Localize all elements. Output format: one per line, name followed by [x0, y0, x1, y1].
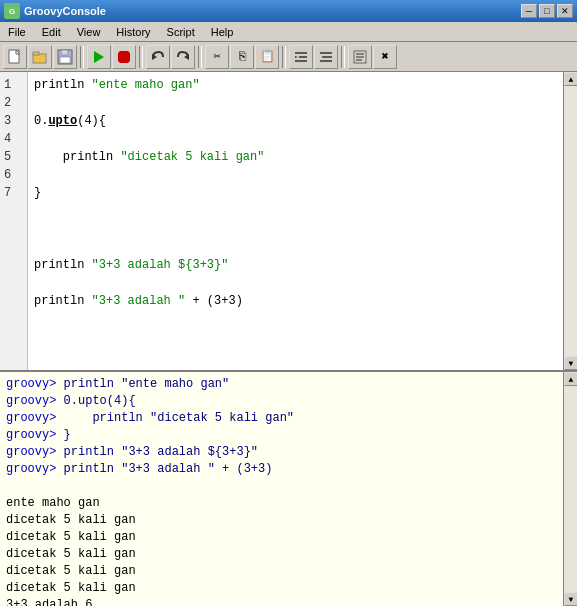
console-output-4: dicetak 5 kali gan [6, 547, 136, 561]
svg-marker-8 [118, 51, 130, 63]
console-line-4: groovy> } [6, 428, 71, 442]
console-line-1: groovy> println "ente maho gan" [6, 377, 229, 391]
code-line-3: println "dicetak 5 kali gan" [34, 148, 557, 166]
scrollbar-down[interactable]: ▼ [564, 356, 577, 370]
sep4 [282, 46, 286, 68]
console-output-2: dicetak 5 kali gan [6, 513, 136, 527]
console-line-3: groovy> println "dicetak 5 kali gan" [6, 411, 294, 425]
cut-button[interactable]: ✂ [205, 45, 229, 69]
console-area: groovy> println "ente maho gan" groovy> … [0, 372, 577, 606]
console-output-6: dicetak 5 kali gan [6, 581, 136, 595]
menu-history[interactable]: History [108, 25, 158, 39]
app-icon: G [4, 3, 20, 19]
copy-button[interactable]: ⎘ [230, 45, 254, 69]
line-num-3: 3 [4, 112, 23, 130]
svg-rect-5 [61, 50, 68, 55]
title-bar: G GroovyConsole ─ □ ✕ [0, 0, 577, 22]
stop-button[interactable] [112, 45, 136, 69]
code-line-6: println "3+3 adalah ${3+3}" [34, 256, 557, 274]
sep5 [341, 46, 345, 68]
console-blank [6, 479, 13, 493]
title-bar-left: G GroovyConsole [4, 3, 106, 19]
indent-button[interactable] [289, 45, 313, 69]
menu-view[interactable]: View [69, 25, 109, 39]
redo-button[interactable] [171, 45, 195, 69]
console-output-5: dicetak 5 kali gan [6, 564, 136, 578]
minimize-button[interactable]: ─ [521, 4, 537, 18]
line-num-1: 1 [4, 76, 23, 94]
menu-edit[interactable]: Edit [34, 25, 69, 39]
svg-rect-6 [60, 57, 70, 63]
code-editor[interactable]: println "ente maho gan" 0.upto(4){ print… [28, 72, 563, 370]
console-line-5: groovy> println "3+3 adalah ${3+3}" [6, 445, 258, 459]
console-scrollbar-down[interactable]: ▼ [564, 592, 577, 606]
maximize-button[interactable]: □ [539, 4, 555, 18]
format-button[interactable] [348, 45, 372, 69]
window-title: GroovyConsole [24, 5, 106, 17]
line-numbers: 1 2 3 4 5 6 7 [0, 72, 28, 370]
console-output-3: dicetak 5 kali gan [6, 530, 136, 544]
code-line-5 [34, 220, 557, 238]
code-line-7: println "3+3 adalah " + (3+3) [34, 292, 557, 310]
sep1 [80, 46, 84, 68]
svg-marker-18 [321, 56, 324, 58]
svg-marker-14 [295, 56, 298, 58]
line-num-4: 4 [4, 130, 23, 148]
console-scrollbar[interactable]: ▲ ▼ [563, 372, 577, 606]
console-output-1: ente maho gan [6, 496, 100, 510]
open-button[interactable] [28, 45, 52, 69]
code-line-4: } [34, 184, 557, 202]
title-controls[interactable]: ─ □ ✕ [521, 4, 573, 18]
scrollbar-track-editor[interactable] [564, 86, 577, 356]
console-output-7: 3+3 adalah 6 [6, 598, 92, 606]
menu-bar: File Edit View History Script Help [0, 22, 577, 42]
sep3 [198, 46, 202, 68]
outdent-button[interactable] [314, 45, 338, 69]
paste-button[interactable]: 📋 [255, 45, 279, 69]
console-line-2: groovy> 0.upto(4){ [6, 394, 136, 408]
svg-rect-3 [33, 52, 39, 55]
code-line-1: println "ente maho gan" [34, 76, 557, 94]
svg-marker-10 [184, 54, 189, 60]
editor-area: 1 2 3 4 5 6 7 println "ente maho gan" 0.… [0, 72, 577, 372]
save-button[interactable] [53, 45, 77, 69]
console-output[interactable]: groovy> println "ente maho gan" groovy> … [0, 372, 563, 606]
new-button[interactable] [3, 45, 27, 69]
sep2 [139, 46, 143, 68]
run-button[interactable] [87, 45, 111, 69]
close-x-button[interactable]: ✖ [373, 45, 397, 69]
svg-marker-9 [152, 54, 157, 60]
editor-scrollbar[interactable]: ▲ ▼ [563, 72, 577, 370]
console-scrollbar-up[interactable]: ▲ [564, 372, 577, 386]
console-line-6: groovy> println "3+3 adalah " + (3+3) [6, 462, 272, 476]
toolbar: ✂ ⎘ 📋 ✖ [0, 42, 577, 72]
close-button[interactable]: ✕ [557, 4, 573, 18]
menu-file[interactable]: File [0, 25, 34, 39]
line-num-6: 6 [4, 166, 23, 184]
code-line-2: 0.upto(4){ [34, 112, 557, 130]
menu-help[interactable]: Help [203, 25, 242, 39]
menu-script[interactable]: Script [159, 25, 203, 39]
line-num-7: 7 [4, 184, 23, 202]
undo-button[interactable] [146, 45, 170, 69]
svg-marker-7 [94, 51, 104, 63]
line-num-5: 5 [4, 148, 23, 166]
main-container: 1 2 3 4 5 6 7 println "ente maho gan" 0.… [0, 72, 577, 606]
scrollbar-track-console[interactable] [564, 386, 577, 592]
scrollbar-up[interactable]: ▲ [564, 72, 577, 86]
line-num-2: 2 [4, 94, 23, 112]
